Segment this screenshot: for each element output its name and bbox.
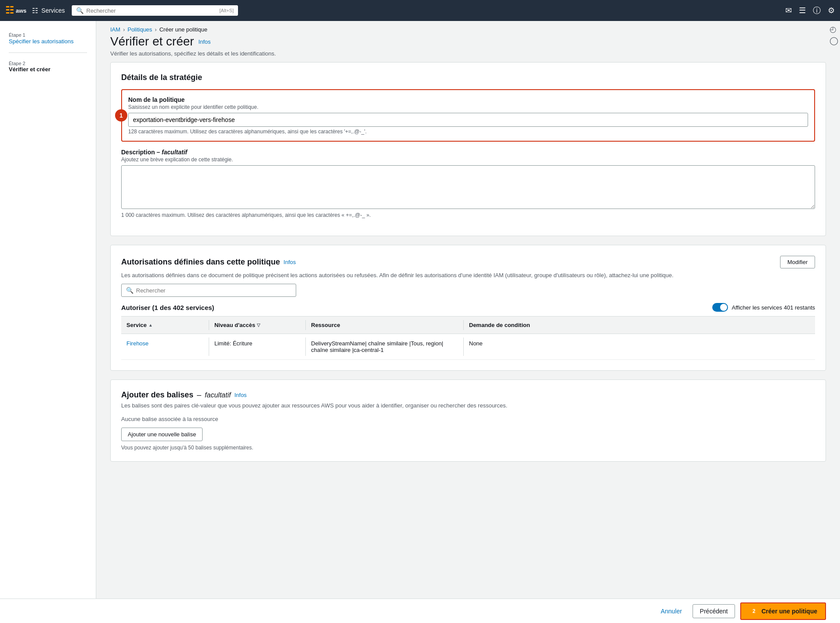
sort-up-icon[interactable]: ▲ bbox=[148, 323, 153, 327]
aws-grid-icon: ☷ bbox=[5, 5, 14, 16]
auth-card: Autorisations définies dans cette politi… bbox=[110, 245, 826, 371]
notifications-icon[interactable]: ✉ bbox=[785, 6, 792, 15]
sidebar: Étape 1 Spécifier les autorisations Étap… bbox=[0, 21, 96, 623]
tags-footer: Vous pouvez ajouter jusqu'à 50 balises s… bbox=[121, 445, 815, 451]
clock-icon[interactable]: ◴ bbox=[830, 24, 838, 34]
tags-title-row: Ajouter des balises – facultatif Infos bbox=[121, 390, 815, 400]
cell-access: Limité: Écriture bbox=[209, 338, 305, 356]
auth-title: Autorisations définies dans cette politi… bbox=[121, 258, 280, 267]
auth-title-group: Autorisations définies dans cette politi… bbox=[121, 258, 296, 267]
authorize-label: Autoriser (1 des 402 services) bbox=[121, 304, 214, 311]
nav-icon-group: ✉ ☰ ⓘ ⚙ bbox=[785, 5, 835, 16]
previous-button[interactable]: Précédent bbox=[693, 604, 735, 618]
firehose-link[interactable]: Firehose bbox=[126, 340, 149, 347]
add-tag-button[interactable]: Ajouter une nouvelle balise bbox=[121, 428, 203, 441]
top-navigation: ☷ aws ☷ Services 🔍 [Alt+S] ✉ ☰ ⓘ ⚙ bbox=[0, 0, 840, 21]
sidebar-divider bbox=[9, 52, 87, 53]
breadcrumb-iam[interactable]: IAM bbox=[110, 26, 120, 33]
page-header: Vérifier et créer Infos Vérifier les aut… bbox=[110, 35, 826, 57]
description-label: Description – facultatif bbox=[121, 149, 815, 156]
auth-search-box[interactable]: 🔍 bbox=[121, 284, 296, 297]
no-tags-label: Aucune balise associée à la ressource bbox=[121, 416, 815, 422]
col-service: Service ▲ bbox=[121, 320, 209, 330]
table-row: Firehose Limité: Écriture DeliveryStream… bbox=[121, 334, 815, 360]
settings-icon[interactable]: ⚙ bbox=[828, 6, 835, 15]
breadcrumb-policies[interactable]: Politiques bbox=[127, 26, 152, 33]
content-area: IAM › Politiques › Créer une politique V… bbox=[96, 21, 840, 623]
bell-icon[interactable]: ☰ bbox=[799, 6, 806, 15]
sidebar-step-1: Étape 1 Spécifier les autorisations bbox=[0, 30, 96, 47]
policy-name-hint: 128 caractères maximum. Utilisez des car… bbox=[128, 129, 808, 135]
cell-resource: DeliveryStreamName| chaîne similaire |To… bbox=[306, 338, 463, 356]
step-badge-1: 1 bbox=[115, 109, 127, 122]
auth-header: Autorisations définies dans cette politi… bbox=[121, 256, 815, 268]
modify-button[interactable]: Modifier bbox=[780, 256, 815, 268]
col-resource: Ressource bbox=[306, 320, 463, 330]
circle-icon[interactable]: ◯ bbox=[830, 36, 838, 45]
breadcrumb-sep-2: › bbox=[155, 26, 157, 33]
breadcrumb: IAM › Politiques › Créer une politique bbox=[110, 21, 826, 35]
page-title: Vérifier et créer bbox=[110, 35, 194, 49]
create-policy-button[interactable]: 2 Créer une politique bbox=[740, 602, 826, 620]
strategy-card: Détails de la stratégie 1 Nom de la poli… bbox=[110, 62, 826, 236]
col-access: Niveau d'accès ▽ bbox=[209, 320, 305, 330]
toggle-label: Afficher les services 401 restants bbox=[732, 304, 815, 311]
sort-down-icon[interactable]: ▽ bbox=[257, 323, 260, 327]
right-panel-icons: ◴ ◯ bbox=[828, 21, 840, 49]
strategy-card-title: Détails de la stratégie bbox=[121, 73, 815, 82]
policy-name-sublabel: Saisissez un nom explicite pour identifi… bbox=[128, 104, 808, 110]
global-search-bar[interactable]: 🔍 [Alt+S] bbox=[72, 5, 238, 16]
search-shortcut: [Alt+S] bbox=[220, 8, 234, 13]
col-condition: Demande de condition bbox=[464, 320, 815, 330]
toggle-row: Afficher les services 401 restants bbox=[712, 303, 815, 312]
policy-name-input[interactable] bbox=[128, 113, 808, 127]
description-sublabel: Ajoutez une brève explication de cette s… bbox=[121, 157, 815, 163]
tags-optional: facultatif bbox=[205, 391, 231, 399]
policy-name-label: Nom de la politique bbox=[128, 96, 808, 103]
cancel-button[interactable]: Annuler bbox=[655, 604, 687, 618]
authorize-row: Autoriser (1 des 402 services) Afficher … bbox=[121, 303, 815, 312]
create-badge-2: 2 bbox=[749, 606, 759, 616]
step2-label: Étape 2 bbox=[9, 61, 87, 66]
sidebar-step2-active: Vérifier et créer bbox=[9, 66, 87, 73]
help-icon[interactable]: ⓘ bbox=[813, 5, 821, 16]
aws-logo: ☷ aws bbox=[5, 5, 27, 16]
auth-search-icon: 🔍 bbox=[126, 287, 133, 294]
policy-name-field: Nom de la politique Saisissez un nom exp… bbox=[128, 96, 808, 135]
tags-infos-link[interactable]: Infos bbox=[234, 392, 247, 398]
bottom-bar: Annuler Précédent 2 Créer une politique bbox=[0, 599, 840, 623]
tags-card: Ajouter des balises – facultatif Infos L… bbox=[110, 379, 826, 462]
breadcrumb-current: Créer une politique bbox=[159, 26, 207, 33]
cell-condition: None bbox=[464, 338, 815, 356]
cell-service: Firehose bbox=[121, 338, 209, 356]
sidebar-step-2: Étape 2 Vérifier et créer bbox=[0, 58, 96, 75]
step1-label: Étape 1 bbox=[9, 32, 87, 38]
search-input[interactable] bbox=[86, 7, 217, 14]
table-header: Service ▲ Niveau d'accès ▽ Ressource Dem… bbox=[121, 316, 815, 334]
services-label[interactable]: Services bbox=[42, 7, 65, 14]
search-icon: 🔍 bbox=[76, 7, 84, 14]
description-optional: facultatif bbox=[162, 149, 187, 156]
sidebar-step1-link[interactable]: Spécifier les autorisations bbox=[9, 38, 74, 45]
auth-search-input[interactable] bbox=[136, 287, 291, 294]
auth-description: Les autorisations définies dans ce docum… bbox=[121, 272, 815, 278]
page-infos-link[interactable]: Infos bbox=[198, 38, 210, 45]
auth-infos-link[interactable]: Infos bbox=[284, 259, 296, 265]
description-hint: 1 000 caractères maximum. Utilisez des c… bbox=[121, 212, 815, 218]
description-field: Description – facultatif Ajoutez une brè… bbox=[121, 149, 815, 218]
apps-grid-icon[interactable]: ☷ bbox=[32, 7, 38, 15]
tags-title: Ajouter des balises bbox=[121, 390, 193, 400]
tags-description: Les balises sont des paires clé-valeur q… bbox=[121, 402, 815, 409]
page-subtitle: Vérifier les autorisations, spécifiez le… bbox=[110, 50, 826, 57]
breadcrumb-sep-1: › bbox=[123, 26, 125, 33]
description-input[interactable] bbox=[121, 165, 815, 209]
show-services-toggle[interactable] bbox=[712, 303, 728, 312]
